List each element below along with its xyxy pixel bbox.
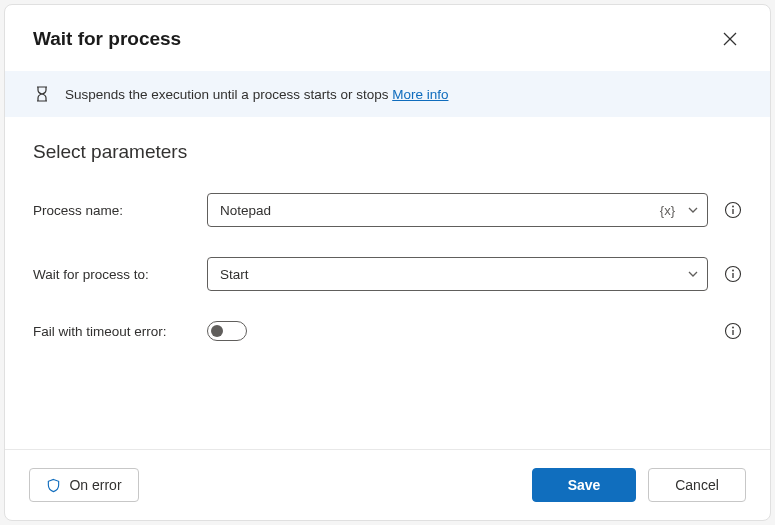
insert-variable-button[interactable]: {x} [657,200,678,221]
chevron-down-icon [687,204,699,216]
chevron-down-icon [687,268,699,280]
fail-timeout-toggle[interactable] [207,321,247,341]
process-name-label: Process name: [33,203,191,218]
section-title: Select parameters [33,141,742,163]
wait-for-help-icon[interactable] [724,265,742,283]
dialog-footer: On error Save Cancel [5,449,770,520]
dialog-header: Wait for process [5,5,770,71]
process-name-dropdown-toggle[interactable] [684,201,702,219]
process-name-input[interactable]: Notepad [207,193,708,227]
svg-point-3 [732,206,734,208]
process-name-row: Process name: Notepad {x} [33,193,742,227]
more-info-link[interactable]: More info [392,87,448,102]
shield-icon [46,478,61,493]
on-error-button[interactable]: On error [29,468,139,502]
wait-for-row: Wait for process to: Start [33,257,742,291]
wait-for-select-wrapper: Start [207,257,708,291]
fail-timeout-help-icon[interactable] [724,322,742,340]
process-name-help-icon[interactable] [724,201,742,219]
cancel-button[interactable]: Cancel [648,468,746,502]
svg-point-9 [732,327,734,329]
dialog-title: Wait for process [33,28,181,50]
info-banner: Suspends the execution until a process s… [5,71,770,117]
wait-for-label: Wait for process to: [33,267,191,282]
wait-for-select[interactable]: Start [207,257,708,291]
dialog-content: Select parameters Process name: Notepad … [5,117,770,449]
close-icon [723,32,737,46]
close-button[interactable] [714,23,746,55]
on-error-label: On error [69,477,121,493]
wait-for-dropdown-toggle[interactable] [684,265,702,283]
svg-point-6 [732,270,734,272]
fail-timeout-row: Fail with timeout error: [33,321,742,341]
hourglass-icon [33,85,51,103]
toggle-knob [211,325,223,337]
fail-timeout-label: Fail with timeout error: [33,324,191,339]
save-button[interactable]: Save [532,468,636,502]
banner-text: Suspends the execution until a process s… [65,87,448,102]
wait-for-process-dialog: Wait for process Suspends the execution … [4,4,771,521]
process-name-input-wrapper: Notepad {x} [207,193,708,227]
